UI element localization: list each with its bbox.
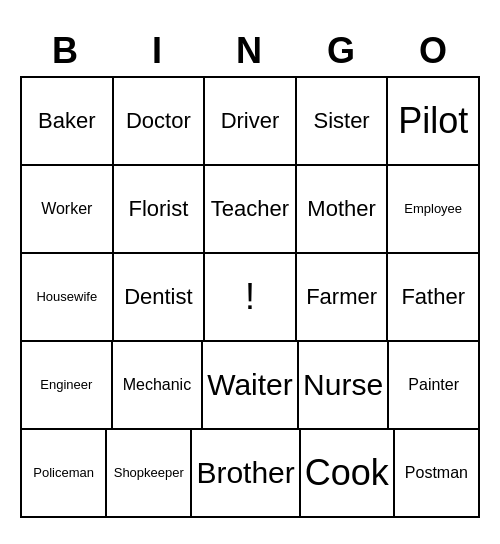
cell-text-2-3: Farmer — [306, 284, 377, 310]
bingo-cell-4-3: Cook — [301, 430, 395, 518]
cell-text-3-3: Nurse — [303, 367, 383, 403]
cell-text-4-3: Cook — [305, 451, 389, 494]
bingo-cell-1-4: Employee — [388, 166, 480, 254]
bingo-cell-3-1: Mechanic — [113, 342, 204, 430]
bingo-cell-2-3: Farmer — [297, 254, 389, 342]
cell-text-0-1: Doctor — [126, 108, 191, 134]
cell-text-3-4: Painter — [408, 375, 459, 394]
bingo-cell-0-1: Doctor — [114, 78, 206, 166]
bingo-cell-3-3: Nurse — [299, 342, 390, 430]
cell-text-4-4: Postman — [405, 463, 468, 482]
bingo-cell-4-1: Shopkeeper — [107, 430, 192, 518]
cell-text-2-4: Father — [401, 284, 465, 310]
bingo-cell-3-0: Engineer — [22, 342, 113, 430]
bingo-row-4: PolicemanShopkeeperBrotherCookPostman — [22, 430, 480, 518]
bingo-row-0: BakerDoctorDriverSisterPilot — [22, 78, 480, 166]
bingo-grid: BakerDoctorDriverSisterPilotWorkerFloris… — [20, 76, 480, 518]
cell-text-4-1: Shopkeeper — [114, 465, 184, 481]
bingo-cell-1-2: Teacher — [205, 166, 297, 254]
cell-text-0-3: Sister — [313, 108, 369, 134]
cell-text-3-1: Mechanic — [123, 375, 191, 394]
bingo-cell-1-3: Mother — [297, 166, 389, 254]
bingo-cell-4-0: Policeman — [22, 430, 107, 518]
cell-text-0-4: Pilot — [398, 99, 468, 142]
cell-text-1-0: Worker — [41, 199, 92, 218]
bingo-cell-2-1: Dentist — [114, 254, 206, 342]
bingo-cell-1-1: Florist — [114, 166, 206, 254]
bingo-cell-3-4: Painter — [389, 342, 480, 430]
bingo-cell-2-4: Father — [388, 254, 480, 342]
bingo-cell-0-3: Sister — [297, 78, 389, 166]
bingo-cell-2-0: Housewife — [22, 254, 114, 342]
bingo-card: BINGO BakerDoctorDriverSisterPilotWorker… — [10, 16, 490, 528]
cell-text-1-3: Mother — [307, 196, 375, 222]
header-letter-I: I — [112, 26, 204, 76]
bingo-cell-0-0: Baker — [22, 78, 114, 166]
bingo-cell-3-2: Waiter — [203, 342, 299, 430]
bingo-header: BINGO — [20, 26, 480, 76]
cell-text-2-0: Housewife — [36, 289, 97, 305]
bingo-cell-2-2: ! — [205, 254, 297, 342]
cell-text-4-2: Brother — [196, 455, 294, 491]
bingo-cell-4-4: Postman — [395, 430, 480, 518]
cell-text-1-1: Florist — [128, 196, 188, 222]
bingo-row-2: HousewifeDentist!FarmerFather — [22, 254, 480, 342]
cell-text-4-0: Policeman — [33, 465, 94, 481]
bingo-cell-4-2: Brother — [192, 430, 300, 518]
bingo-row-1: WorkerFloristTeacherMotherEmployee — [22, 166, 480, 254]
bingo-cell-0-2: Driver — [205, 78, 297, 166]
bingo-cell-1-0: Worker — [22, 166, 114, 254]
cell-text-1-4: Employee — [404, 201, 462, 217]
cell-text-2-2: ! — [245, 275, 255, 318]
header-letter-B: B — [20, 26, 112, 76]
header-letter-O: O — [388, 26, 480, 76]
cell-text-3-0: Engineer — [40, 377, 92, 393]
bingo-row-3: EngineerMechanicWaiterNursePainter — [22, 342, 480, 430]
bingo-cell-0-4: Pilot — [388, 78, 480, 166]
header-letter-N: N — [204, 26, 296, 76]
cell-text-3-2: Waiter — [207, 367, 293, 403]
cell-text-2-1: Dentist — [124, 284, 192, 310]
header-letter-G: G — [296, 26, 388, 76]
cell-text-0-2: Driver — [221, 108, 280, 134]
cell-text-0-0: Baker — [38, 108, 95, 134]
cell-text-1-2: Teacher — [211, 196, 289, 222]
